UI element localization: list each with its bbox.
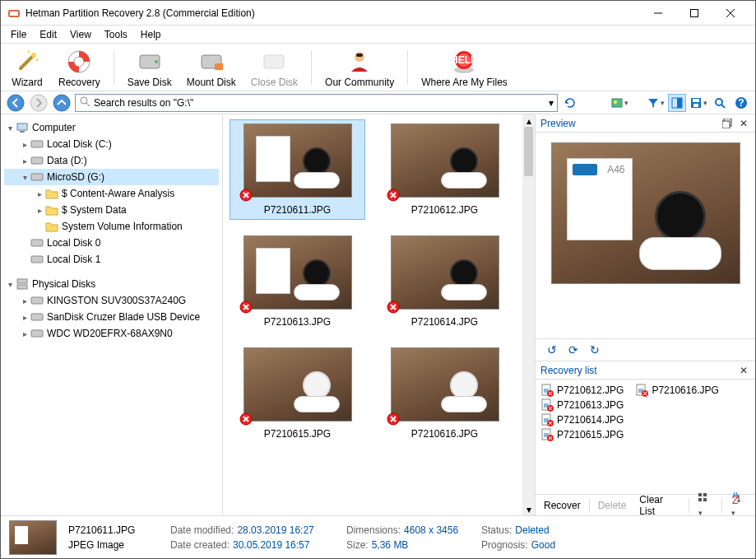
tree-computer[interactable]: ▾Computer xyxy=(4,119,219,136)
folder-tree[interactable]: ▾Computer ▸Local Disk (C:) ▸Data (D:) ▾M… xyxy=(1,114,223,515)
file-thumbnail[interactable]: P7210614.JPG xyxy=(377,231,513,332)
file-thumbnail[interactable]: P7210611.JPG xyxy=(230,119,365,220)
maximize-button[interactable] xyxy=(676,2,712,25)
tree-content-aware[interactable]: ▸$ Content-Aware Analysis xyxy=(4,185,219,202)
preview-mode-button[interactable]: ▾ xyxy=(610,94,628,112)
address-search-box[interactable]: ▾ xyxy=(75,94,558,112)
svg-rect-49 xyxy=(31,314,43,320)
tree-local-c[interactable]: ▸Local Disk (C:) xyxy=(4,136,219,152)
file-thumbnail[interactable]: P7210612.JPG xyxy=(377,119,513,220)
app-icon xyxy=(7,7,21,20)
scrollbar[interactable]: ▴ ▾ xyxy=(522,114,535,515)
tree-system-data[interactable]: ▸$ System Data xyxy=(4,202,219,218)
svg-rect-16 xyxy=(264,55,284,68)
file-name: P7210612.JPG xyxy=(411,204,478,216)
svg-rect-31 xyxy=(677,98,682,108)
up-button[interactable] xyxy=(52,93,72,113)
close-pane-icon[interactable]: ✕ xyxy=(737,117,750,130)
svg-rect-45 xyxy=(31,256,43,263)
drive-icon xyxy=(30,137,44,151)
tree-sandisk[interactable]: ▸SanDisk Cruzer Blade USB Device xyxy=(4,309,219,325)
svg-rect-77 xyxy=(703,498,707,501)
file-grid[interactable]: P7210611.JPGP7210612.JPGP7210613.JPGP721… xyxy=(223,114,535,515)
refresh-button[interactable] xyxy=(561,94,579,112)
menu-help[interactable]: Help xyxy=(134,27,168,42)
recovery-item[interactable]: P7210616.JPG xyxy=(635,383,718,398)
recovery-item[interactable]: P7210615.JPG xyxy=(540,427,624,442)
clear-list-button[interactable]: Clear List xyxy=(634,492,685,519)
tree-microsd-g[interactable]: ▾MicroSD (G:) xyxy=(4,169,219,185)
recover-button[interactable]: Recover xyxy=(539,498,586,513)
chevron-down-icon[interactable]: ▾ xyxy=(549,97,554,109)
thumbnail-image xyxy=(391,123,499,198)
scroll-thumb[interactable] xyxy=(524,127,533,176)
folder-icon xyxy=(45,187,58,200)
thumbnail-image xyxy=(391,235,499,310)
file-thumbnail[interactable]: P7210616.JPG xyxy=(377,343,513,444)
sort-button[interactable]: AZ▾ xyxy=(726,491,752,519)
tree-wdc[interactable]: ▸WDC WD20EFRX-68AX9N0 xyxy=(4,325,219,342)
close-recovery-icon[interactable]: ✕ xyxy=(737,364,750,377)
mount-disk-button[interactable]: Mount Disk xyxy=(182,45,241,90)
recovery-button[interactable]: Recovery xyxy=(53,45,105,90)
find-button[interactable] xyxy=(711,94,729,112)
save-disk-button[interactable]: Save Disk xyxy=(123,45,177,90)
menu-edit[interactable]: Edit xyxy=(33,27,63,42)
rotate-right-icon[interactable]: ↻ xyxy=(587,342,603,358)
our-community-button[interactable]: Our Community xyxy=(320,45,399,90)
tree-physical-disks[interactable]: ▾Physical Disks xyxy=(4,276,219,292)
svg-rect-50 xyxy=(31,330,43,337)
where-are-my-files-button[interactable]: HELP Where Are My Files xyxy=(416,45,513,90)
svg-rect-18 xyxy=(356,54,363,57)
svg-line-6 xyxy=(21,57,32,68)
preview-controls: ↺ ⟳ ↻ xyxy=(536,338,755,361)
scroll-down[interactable]: ▾ xyxy=(522,503,535,515)
recovery-item[interactable]: P7210612.JPG xyxy=(540,383,624,398)
scroll-up[interactable]: ▴ xyxy=(522,114,535,127)
recovery-item[interactable]: P7210614.JPG xyxy=(540,412,624,427)
file-name: P7210614.JPG xyxy=(411,316,478,328)
wizard-button[interactable]: Wizard xyxy=(6,45,49,90)
tree-local-disk-1[interactable]: Local Disk 1 xyxy=(4,251,219,268)
back-button[interactable] xyxy=(6,93,26,113)
file-name: P7210615.JPG xyxy=(264,428,331,440)
tree-local-disk-0[interactable]: Local Disk 0 xyxy=(4,235,219,251)
toolbar: Wizard Recovery Save Disk Mount Disk Clo… xyxy=(1,44,755,91)
minimize-button[interactable] xyxy=(640,2,676,25)
filter-button[interactable]: ▾ xyxy=(647,94,665,112)
menu-view[interactable]: View xyxy=(63,27,98,42)
save-disk-icon xyxy=(137,49,163,75)
navbar: ▾ ▾ ▾ ▾ ? xyxy=(1,91,755,114)
address-input[interactable] xyxy=(94,97,545,109)
folder-icon xyxy=(45,203,58,217)
svg-point-13 xyxy=(155,60,158,63)
help-button[interactable]: ? xyxy=(732,94,750,112)
image-file-icon xyxy=(540,413,554,426)
preview-pane-toggle[interactable] xyxy=(668,94,686,112)
file-name: P7210611.JPG xyxy=(264,204,331,216)
tree-svi[interactable]: System Volume Information xyxy=(4,218,219,235)
file-thumbnail[interactable]: P7210615.JPG xyxy=(230,343,365,444)
drive-icon xyxy=(30,253,44,266)
save-button[interactable]: ▾ xyxy=(689,94,707,112)
view-mode-button[interactable]: ▾ xyxy=(693,491,719,519)
close-button[interactable] xyxy=(712,2,749,25)
rotate-both-icon[interactable]: ⟳ xyxy=(565,342,582,358)
status-filetype: JPEG Image xyxy=(68,539,159,551)
svg-rect-76 xyxy=(698,498,702,501)
svg-point-35 xyxy=(716,99,722,105)
tree-kingston[interactable]: ▸KINGSTON SUV300S37A240G xyxy=(4,292,219,309)
recovery-item[interactable]: P7210613.JPG xyxy=(540,398,624,412)
svg-rect-39 xyxy=(17,123,27,130)
svg-rect-44 xyxy=(31,240,43,246)
file-thumbnail[interactable]: P7210613.JPG xyxy=(230,231,365,332)
menu-tools[interactable]: Tools xyxy=(98,27,134,42)
forward-button[interactable] xyxy=(29,93,49,113)
svg-rect-3 xyxy=(691,9,698,16)
computer-icon xyxy=(16,121,29,134)
menu-file[interactable]: File xyxy=(4,27,33,42)
workspace: ▾Computer ▸Local Disk (C:) ▸Data (D:) ▾M… xyxy=(1,114,755,515)
rotate-left-icon[interactable]: ↺ xyxy=(544,342,560,358)
tree-data-d[interactable]: ▸Data (D:) xyxy=(4,152,219,169)
restore-pane-icon[interactable] xyxy=(721,117,734,130)
